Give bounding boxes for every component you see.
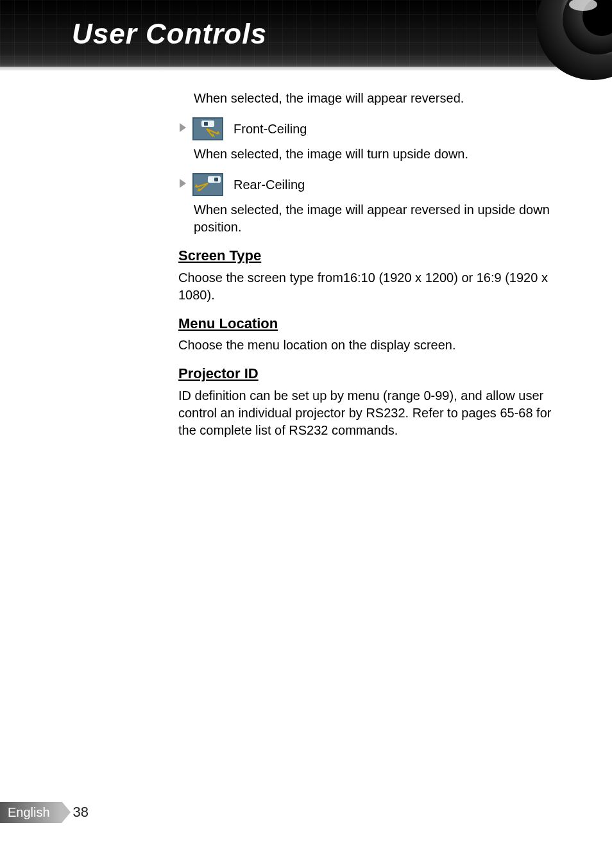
svg-marker-7 [212, 133, 215, 137]
svg-rect-11 [214, 178, 218, 181]
chevron-right-icon [180, 122, 186, 136]
page-footer: English 38 [0, 801, 89, 823]
camera-lens-art-icon [522, 0, 612, 91]
page-title: User Controls [72, 18, 267, 50]
front-ceiling-desc: When selected, the image will turn upsid… [178, 146, 568, 163]
front-ceiling-row: Front-Ceiling [178, 117, 568, 140]
footer-notch [62, 801, 71, 823]
front-ceiling-projection-icon [192, 117, 223, 140]
screen-type-desc: Choose the screen type from16:10 (1920 x… [178, 269, 568, 304]
footer-language-label: English [0, 802, 62, 823]
content-column: When selected, the image will appear rev… [178, 90, 568, 449]
rear-ceiling-row: Rear-Ceiling [178, 173, 568, 196]
menu-location-desc: Choose the menu location on the display … [178, 337, 568, 354]
page-root: User Controls When selecte [0, 0, 612, 868]
rear-ceiling-label: Rear-Ceiling [234, 176, 305, 194]
page-number: 38 [73, 804, 89, 821]
screen-type-heading: Screen Type [178, 246, 568, 265]
page-header-banner: User Controls [0, 0, 612, 71]
menu-location-heading: Menu Location [178, 314, 568, 333]
chevron-right-icon [180, 178, 186, 192]
reversed-intro-text: When selected, the image will appear rev… [178, 90, 568, 107]
front-ceiling-label: Front-Ceiling [234, 121, 307, 138]
svg-rect-6 [204, 122, 208, 126]
projector-id-desc: ID definition can be set up by menu (ran… [178, 387, 568, 439]
rear-ceiling-projection-icon [192, 173, 223, 196]
header-underline [0, 67, 612, 71]
projector-id-heading: Projector ID [178, 364, 568, 383]
svg-marker-4 [180, 123, 186, 132]
rear-ceiling-desc: When selected, the image will appear rev… [178, 201, 568, 236]
svg-marker-9 [180, 179, 186, 188]
